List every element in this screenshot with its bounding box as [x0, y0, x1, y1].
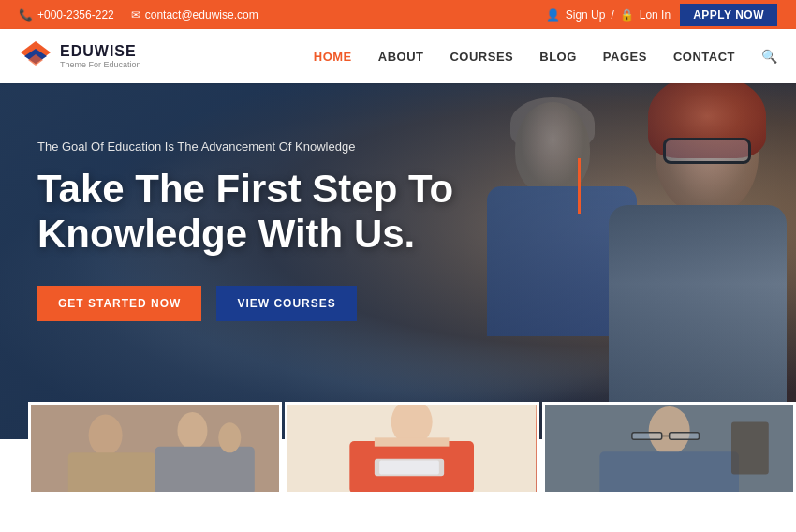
nav-pages[interactable]: PAGES [603, 50, 647, 64]
strip-spacer [0, 402, 28, 495]
phone-icon: 📞 [19, 8, 33, 22]
nav-courses[interactable]: COURSES [450, 50, 513, 64]
phone-info: 📞 +000-2356-222 [19, 8, 114, 22]
signup-link[interactable]: Sign Up [566, 8, 606, 22]
view-courses-button[interactable]: VIEW COURSES [216, 286, 356, 321]
top-bar: 📞 +000-2356-222 ✉ contact@eduwise.com 👤 … [0, 0, 796, 29]
nav-blog[interactable]: BLOG [539, 50, 577, 64]
email-icon: ✉ [131, 8, 140, 22]
apply-button[interactable]: APPLY NOW [680, 4, 777, 26]
user-icon: 👤 [546, 8, 560, 22]
nav-contact[interactable]: CONTACT [673, 50, 735, 64]
strip-svg-3 [545, 405, 793, 492]
hero-subtitle: The Goal Of Education Is The Advancement… [37, 140, 453, 154]
search-icon[interactable]: 🔍 [761, 49, 777, 64]
hero-title-line2: Knowledge With Us. [37, 212, 415, 256]
bottom-image-strip [0, 402, 796, 495]
nav-links: HOME ABOUT COURSES BLOG PAGES CONTACT 🔍 [314, 49, 777, 64]
lock-icon: 🔒 [620, 8, 634, 22]
nav-about[interactable]: ABOUT [378, 50, 424, 64]
top-bar-right: 👤 Sign Up / 🔒 Lon In APPLY NOW [546, 4, 777, 26]
accent-line [578, 158, 581, 214]
strip-svg-2 [287, 405, 536, 492]
hero-content: The Goal Of Education Is The Advancement… [37, 140, 453, 321]
email-info: ✉ contact@eduwise.com [131, 8, 258, 22]
logo-tagline: Theme For Education [60, 60, 141, 69]
navbar: EDUWISE Theme For Education HOME ABOUT C… [0, 29, 796, 83]
strip-image-3 [542, 402, 796, 495]
logo-icon [19, 39, 52, 73]
hero-buttons: GET STARTED NOW VIEW COURSES [37, 286, 453, 321]
nav-home[interactable]: HOME [314, 50, 352, 64]
logo-text: EDUWISE Theme For Education [60, 43, 141, 69]
logo-name: EDUWISE [60, 43, 141, 60]
hero-section: The Goal Of Education Is The Advancement… [0, 83, 796, 439]
phone-number: +000-2356-222 [37, 8, 114, 22]
hero-title: Take The First Step To Knowledge With Us… [37, 167, 453, 258]
top-bar-left: 📞 +000-2356-222 ✉ contact@eduwise.com [19, 8, 258, 22]
hero-title-line1: Take The First Step To [37, 167, 453, 211]
strip-image-2 [285, 402, 538, 495]
svg-rect-9 [31, 405, 279, 492]
strip-svg-1 [31, 405, 279, 492]
strip-image-1 [28, 402, 282, 495]
svg-rect-16 [287, 405, 536, 492]
get-started-button[interactable]: GET STARTED NOW [37, 286, 201, 321]
separator: / [611, 8, 613, 22]
login-link[interactable]: Lon In [640, 8, 671, 22]
svg-rect-25 [545, 405, 793, 492]
auth-links: 👤 Sign Up / 🔒 Lon In [546, 8, 671, 22]
email-address: contact@eduwise.com [145, 8, 258, 22]
logo: EDUWISE Theme For Education [19, 39, 141, 73]
